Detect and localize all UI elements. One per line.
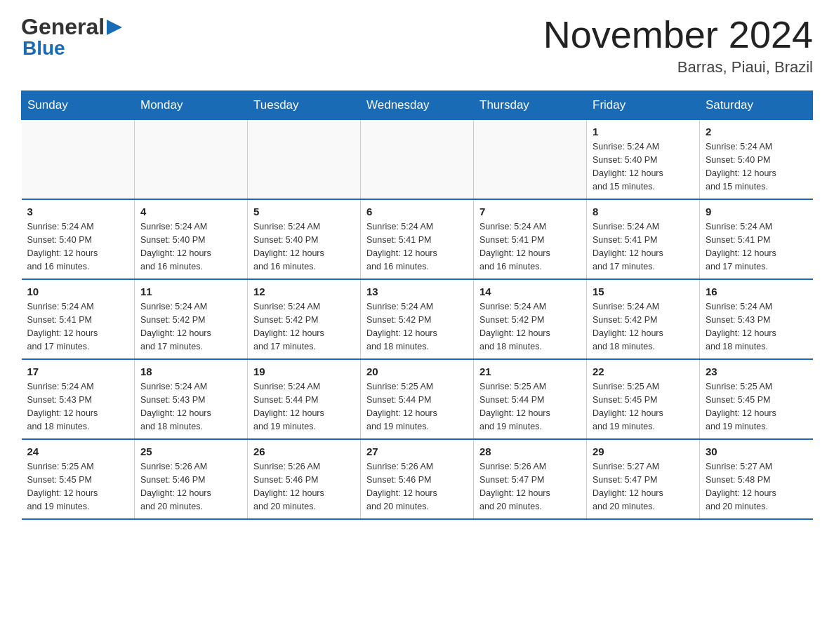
col-thursday: Thursday bbox=[474, 91, 587, 120]
table-row: 7Sunrise: 5:24 AMSunset: 5:41 PMDaylight… bbox=[474, 199, 587, 279]
table-row bbox=[474, 120, 587, 200]
table-row: 4Sunrise: 5:24 AMSunset: 5:40 PMDaylight… bbox=[135, 199, 248, 279]
col-sunday: Sunday bbox=[22, 91, 135, 120]
day-info: Sunrise: 5:24 AMSunset: 5:42 PMDaylight:… bbox=[140, 300, 241, 353]
table-row: 20Sunrise: 5:25 AMSunset: 5:44 PMDayligh… bbox=[361, 359, 474, 439]
day-info: Sunrise: 5:25 AMSunset: 5:44 PMDaylight:… bbox=[479, 380, 581, 433]
day-info: Sunrise: 5:24 AMSunset: 5:40 PMDaylight:… bbox=[253, 220, 355, 273]
day-info: Sunrise: 5:25 AMSunset: 5:45 PMDaylight:… bbox=[27, 460, 129, 513]
table-row bbox=[248, 120, 361, 200]
day-number: 1 bbox=[593, 126, 694, 137]
day-number: 25 bbox=[140, 445, 241, 457]
col-tuesday: Tuesday bbox=[248, 91, 361, 120]
day-number: 11 bbox=[140, 286, 241, 297]
day-number: 8 bbox=[593, 206, 694, 217]
title-area: November 2024 Barras, Piaui, Brazil bbox=[543, 14, 813, 76]
table-row: 8Sunrise: 5:24 AMSunset: 5:41 PMDaylight… bbox=[587, 199, 700, 279]
day-info: Sunrise: 5:24 AMSunset: 5:41 PMDaylight:… bbox=[593, 220, 694, 273]
day-number: 10 bbox=[27, 286, 129, 297]
table-row: 30Sunrise: 5:27 AMSunset: 5:48 PMDayligh… bbox=[700, 439, 813, 519]
calendar-header-row: Sunday Monday Tuesday Wednesday Thursday… bbox=[22, 91, 813, 120]
table-row bbox=[135, 120, 248, 200]
day-info: Sunrise: 5:24 AMSunset: 5:42 PMDaylight:… bbox=[366, 300, 468, 353]
day-info: Sunrise: 5:25 AMSunset: 5:45 PMDaylight:… bbox=[593, 380, 694, 433]
table-row: 17Sunrise: 5:24 AMSunset: 5:43 PMDayligh… bbox=[22, 359, 135, 439]
calendar-week-row: 1Sunrise: 5:24 AMSunset: 5:40 PMDaylight… bbox=[22, 120, 813, 200]
day-info: Sunrise: 5:24 AMSunset: 5:43 PMDaylight:… bbox=[140, 380, 241, 433]
day-number: 30 bbox=[706, 445, 807, 457]
day-info: Sunrise: 5:27 AMSunset: 5:47 PMDaylight:… bbox=[593, 460, 694, 513]
table-row bbox=[361, 120, 474, 200]
day-number: 16 bbox=[706, 286, 807, 297]
table-row: 19Sunrise: 5:24 AMSunset: 5:44 PMDayligh… bbox=[248, 359, 361, 439]
day-info: Sunrise: 5:24 AMSunset: 5:41 PMDaylight:… bbox=[479, 220, 581, 273]
svg-marker-0 bbox=[107, 20, 122, 35]
table-row: 1Sunrise: 5:24 AMSunset: 5:40 PMDaylight… bbox=[587, 120, 700, 200]
day-info: Sunrise: 5:24 AMSunset: 5:40 PMDaylight:… bbox=[706, 140, 807, 193]
day-number: 4 bbox=[140, 206, 241, 217]
day-info: Sunrise: 5:26 AMSunset: 5:46 PMDaylight:… bbox=[140, 460, 241, 513]
table-row: 3Sunrise: 5:24 AMSunset: 5:40 PMDaylight… bbox=[22, 199, 135, 279]
table-row: 22Sunrise: 5:25 AMSunset: 5:45 PMDayligh… bbox=[587, 359, 700, 439]
day-number: 2 bbox=[706, 126, 807, 137]
table-row: 24Sunrise: 5:25 AMSunset: 5:45 PMDayligh… bbox=[22, 439, 135, 519]
logo-arrow-icon bbox=[107, 20, 122, 38]
day-info: Sunrise: 5:24 AMSunset: 5:44 PMDaylight:… bbox=[253, 380, 355, 433]
day-number: 6 bbox=[366, 206, 468, 217]
day-info: Sunrise: 5:24 AMSunset: 5:40 PMDaylight:… bbox=[140, 220, 241, 273]
day-info: Sunrise: 5:24 AMSunset: 5:42 PMDaylight:… bbox=[479, 300, 581, 353]
day-info: Sunrise: 5:27 AMSunset: 5:48 PMDaylight:… bbox=[706, 460, 807, 513]
day-number: 13 bbox=[366, 286, 468, 297]
day-number: 19 bbox=[253, 365, 355, 377]
day-info: Sunrise: 5:24 AMSunset: 5:40 PMDaylight:… bbox=[27, 220, 129, 273]
day-info: Sunrise: 5:25 AMSunset: 5:44 PMDaylight:… bbox=[366, 380, 468, 433]
logo-blue-text: Blue bbox=[21, 37, 122, 60]
day-number: 17 bbox=[27, 365, 129, 377]
day-info: Sunrise: 5:24 AMSunset: 5:41 PMDaylight:… bbox=[27, 300, 129, 353]
calendar-week-row: 17Sunrise: 5:24 AMSunset: 5:43 PMDayligh… bbox=[22, 359, 813, 439]
day-info: Sunrise: 5:26 AMSunset: 5:47 PMDaylight:… bbox=[479, 460, 581, 513]
day-info: Sunrise: 5:24 AMSunset: 5:40 PMDaylight:… bbox=[593, 140, 694, 193]
day-number: 27 bbox=[366, 445, 468, 457]
day-number: 22 bbox=[593, 365, 694, 377]
day-info: Sunrise: 5:24 AMSunset: 5:41 PMDaylight:… bbox=[706, 220, 807, 273]
table-row: 16Sunrise: 5:24 AMSunset: 5:43 PMDayligh… bbox=[700, 279, 813, 359]
day-number: 3 bbox=[27, 206, 129, 217]
day-number: 23 bbox=[706, 365, 807, 377]
col-saturday: Saturday bbox=[700, 91, 813, 120]
table-row: 9Sunrise: 5:24 AMSunset: 5:41 PMDaylight… bbox=[700, 199, 813, 279]
day-number: 28 bbox=[479, 445, 581, 457]
table-row: 10Sunrise: 5:24 AMSunset: 5:41 PMDayligh… bbox=[22, 279, 135, 359]
table-row: 18Sunrise: 5:24 AMSunset: 5:43 PMDayligh… bbox=[135, 359, 248, 439]
day-info: Sunrise: 5:26 AMSunset: 5:46 PMDaylight:… bbox=[253, 460, 355, 513]
day-number: 20 bbox=[366, 365, 468, 377]
table-row: 21Sunrise: 5:25 AMSunset: 5:44 PMDayligh… bbox=[474, 359, 587, 439]
table-row: 11Sunrise: 5:24 AMSunset: 5:42 PMDayligh… bbox=[135, 279, 248, 359]
month-title: November 2024 bbox=[543, 14, 813, 55]
day-number: 29 bbox=[593, 445, 694, 457]
table-row: 26Sunrise: 5:26 AMSunset: 5:46 PMDayligh… bbox=[248, 439, 361, 519]
day-info: Sunrise: 5:24 AMSunset: 5:42 PMDaylight:… bbox=[253, 300, 355, 353]
day-info: Sunrise: 5:25 AMSunset: 5:45 PMDaylight:… bbox=[706, 380, 807, 433]
calendar-week-row: 3Sunrise: 5:24 AMSunset: 5:40 PMDaylight… bbox=[22, 199, 813, 279]
day-number: 24 bbox=[27, 445, 129, 457]
logo-general-text: General bbox=[21, 14, 105, 40]
day-number: 15 bbox=[593, 286, 694, 297]
day-info: Sunrise: 5:24 AMSunset: 5:41 PMDaylight:… bbox=[366, 220, 468, 273]
table-row: 28Sunrise: 5:26 AMSunset: 5:47 PMDayligh… bbox=[474, 439, 587, 519]
day-info: Sunrise: 5:26 AMSunset: 5:46 PMDaylight:… bbox=[366, 460, 468, 513]
table-row: 13Sunrise: 5:24 AMSunset: 5:42 PMDayligh… bbox=[361, 279, 474, 359]
day-number: 14 bbox=[479, 286, 581, 297]
logo-line1: General bbox=[21, 14, 122, 40]
table-row: 23Sunrise: 5:25 AMSunset: 5:45 PMDayligh… bbox=[700, 359, 813, 439]
table-row: 29Sunrise: 5:27 AMSunset: 5:47 PMDayligh… bbox=[587, 439, 700, 519]
table-row: 15Sunrise: 5:24 AMSunset: 5:42 PMDayligh… bbox=[587, 279, 700, 359]
table-row: 14Sunrise: 5:24 AMSunset: 5:42 PMDayligh… bbox=[474, 279, 587, 359]
day-number: 7 bbox=[479, 206, 581, 217]
day-info: Sunrise: 5:24 AMSunset: 5:42 PMDaylight:… bbox=[593, 300, 694, 353]
day-number: 9 bbox=[706, 206, 807, 217]
logo: General Blue bbox=[21, 14, 122, 60]
table-row: 27Sunrise: 5:26 AMSunset: 5:46 PMDayligh… bbox=[361, 439, 474, 519]
table-row: 2Sunrise: 5:24 AMSunset: 5:40 PMDaylight… bbox=[700, 120, 813, 200]
day-info: Sunrise: 5:24 AMSunset: 5:43 PMDaylight:… bbox=[27, 380, 129, 433]
